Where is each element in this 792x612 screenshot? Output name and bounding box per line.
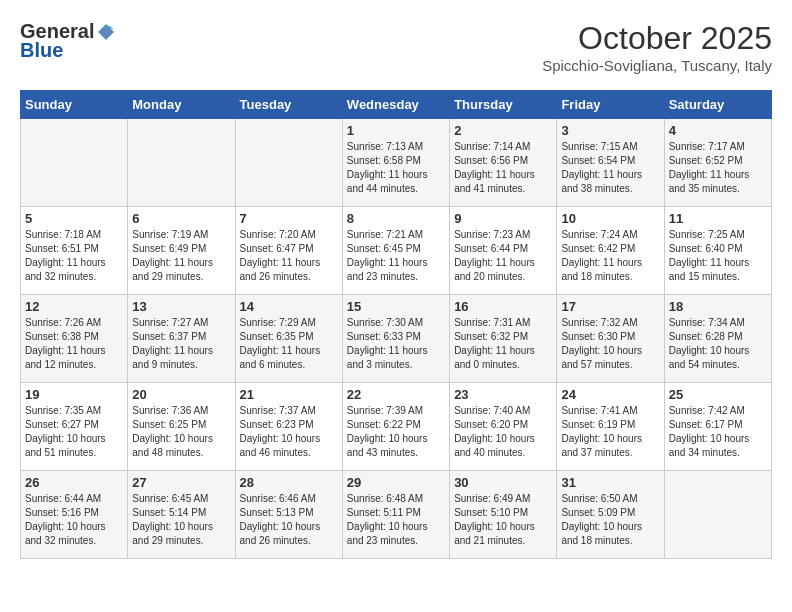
- day-number: 18: [669, 299, 767, 314]
- header-monday: Monday: [128, 91, 235, 119]
- day-info-text: Sunset: 5:16 PM: [25, 506, 123, 520]
- day-info-text: Daylight: 10 hours and 32 minutes.: [25, 520, 123, 548]
- day-info-text: Sunrise: 6:45 AM: [132, 492, 230, 506]
- day-number: 8: [347, 211, 445, 226]
- day-number: 3: [561, 123, 659, 138]
- day-info-text: Sunset: 6:45 PM: [347, 242, 445, 256]
- day-number: 24: [561, 387, 659, 402]
- day-cell: [664, 471, 771, 559]
- day-number: 21: [240, 387, 338, 402]
- day-info-text: Sunset: 6:30 PM: [561, 330, 659, 344]
- header-wednesday: Wednesday: [342, 91, 449, 119]
- day-cell: 14Sunrise: 7:29 AMSunset: 6:35 PMDayligh…: [235, 295, 342, 383]
- day-info-text: Sunrise: 7:27 AM: [132, 316, 230, 330]
- day-cell: 25Sunrise: 7:42 AMSunset: 6:17 PMDayligh…: [664, 383, 771, 471]
- day-info-text: Sunrise: 6:46 AM: [240, 492, 338, 506]
- day-number: 6: [132, 211, 230, 226]
- day-info-text: Sunset: 6:25 PM: [132, 418, 230, 432]
- day-cell: 19Sunrise: 7:35 AMSunset: 6:27 PMDayligh…: [21, 383, 128, 471]
- day-info-text: Sunrise: 7:15 AM: [561, 140, 659, 154]
- day-number: 1: [347, 123, 445, 138]
- header-tuesday: Tuesday: [235, 91, 342, 119]
- day-info-text: Sunset: 6:56 PM: [454, 154, 552, 168]
- day-info-text: Sunset: 6:54 PM: [561, 154, 659, 168]
- day-info-text: Sunset: 5:14 PM: [132, 506, 230, 520]
- day-info-text: Sunset: 6:17 PM: [669, 418, 767, 432]
- day-info-text: Daylight: 11 hours and 0 minutes.: [454, 344, 552, 372]
- day-info-text: Sunrise: 7:40 AM: [454, 404, 552, 418]
- day-info-text: Sunset: 6:51 PM: [25, 242, 123, 256]
- day-number: 10: [561, 211, 659, 226]
- day-info-text: Sunset: 6:49 PM: [132, 242, 230, 256]
- day-info-text: Sunrise: 7:29 AM: [240, 316, 338, 330]
- logo: General Blue: [20, 20, 118, 62]
- day-info-text: Sunrise: 6:50 AM: [561, 492, 659, 506]
- day-info-text: Daylight: 11 hours and 35 minutes.: [669, 168, 767, 196]
- day-info-text: Sunrise: 7:21 AM: [347, 228, 445, 242]
- day-cell: 24Sunrise: 7:41 AMSunset: 6:19 PMDayligh…: [557, 383, 664, 471]
- day-cell: 2Sunrise: 7:14 AMSunset: 6:56 PMDaylight…: [450, 119, 557, 207]
- day-info-text: Daylight: 11 hours and 6 minutes.: [240, 344, 338, 372]
- title-block: October 2025 Spicchio-Sovigliana, Tuscan…: [542, 20, 772, 74]
- day-info-text: Daylight: 11 hours and 23 minutes.: [347, 256, 445, 284]
- day-info-text: Sunset: 6:28 PM: [669, 330, 767, 344]
- day-number: 26: [25, 475, 123, 490]
- day-cell: 1Sunrise: 7:13 AMSunset: 6:58 PMDaylight…: [342, 119, 449, 207]
- day-info-text: Daylight: 11 hours and 44 minutes.: [347, 168, 445, 196]
- day-info-text: Sunrise: 6:48 AM: [347, 492, 445, 506]
- day-number: 25: [669, 387, 767, 402]
- day-info-text: Daylight: 11 hours and 29 minutes.: [132, 256, 230, 284]
- day-number: 5: [25, 211, 123, 226]
- header-friday: Friday: [557, 91, 664, 119]
- day-info-text: Sunset: 6:37 PM: [132, 330, 230, 344]
- day-cell: 31Sunrise: 6:50 AMSunset: 5:09 PMDayligh…: [557, 471, 664, 559]
- day-info-text: Sunrise: 7:24 AM: [561, 228, 659, 242]
- day-info-text: Daylight: 11 hours and 3 minutes.: [347, 344, 445, 372]
- month-title: October 2025: [542, 20, 772, 57]
- day-number: 9: [454, 211, 552, 226]
- day-info-text: Sunrise: 7:42 AM: [669, 404, 767, 418]
- day-cell: 7Sunrise: 7:20 AMSunset: 6:47 PMDaylight…: [235, 207, 342, 295]
- day-info-text: Daylight: 11 hours and 12 minutes.: [25, 344, 123, 372]
- day-info-text: Sunset: 5:11 PM: [347, 506, 445, 520]
- day-info-text: Sunrise: 7:25 AM: [669, 228, 767, 242]
- day-info-text: Sunset: 6:27 PM: [25, 418, 123, 432]
- day-info-text: Sunset: 6:33 PM: [347, 330, 445, 344]
- day-cell: 21Sunrise: 7:37 AMSunset: 6:23 PMDayligh…: [235, 383, 342, 471]
- day-number: 20: [132, 387, 230, 402]
- day-info-text: Sunset: 6:22 PM: [347, 418, 445, 432]
- day-info-text: Sunrise: 7:20 AM: [240, 228, 338, 242]
- day-info-text: Sunset: 6:52 PM: [669, 154, 767, 168]
- week-row-1: 1Sunrise: 7:13 AMSunset: 6:58 PMDaylight…: [21, 119, 772, 207]
- day-info-text: Daylight: 10 hours and 37 minutes.: [561, 432, 659, 460]
- day-info-text: Sunrise: 7:41 AM: [561, 404, 659, 418]
- day-info-text: Daylight: 10 hours and 51 minutes.: [25, 432, 123, 460]
- day-info-text: Daylight: 11 hours and 38 minutes.: [561, 168, 659, 196]
- day-info-text: Sunrise: 7:36 AM: [132, 404, 230, 418]
- day-cell: 16Sunrise: 7:31 AMSunset: 6:32 PMDayligh…: [450, 295, 557, 383]
- day-cell: 17Sunrise: 7:32 AMSunset: 6:30 PMDayligh…: [557, 295, 664, 383]
- day-cell: 30Sunrise: 6:49 AMSunset: 5:10 PMDayligh…: [450, 471, 557, 559]
- day-info-text: Sunset: 6:35 PM: [240, 330, 338, 344]
- header-row: SundayMondayTuesdayWednesdayThursdayFrid…: [21, 91, 772, 119]
- day-info-text: Daylight: 11 hours and 9 minutes.: [132, 344, 230, 372]
- day-info-text: Sunrise: 7:37 AM: [240, 404, 338, 418]
- day-number: 30: [454, 475, 552, 490]
- day-info-text: Sunset: 6:40 PM: [669, 242, 767, 256]
- day-info-text: Sunrise: 7:23 AM: [454, 228, 552, 242]
- day-cell: 18Sunrise: 7:34 AMSunset: 6:28 PMDayligh…: [664, 295, 771, 383]
- day-info-text: Daylight: 11 hours and 32 minutes.: [25, 256, 123, 284]
- day-cell: 27Sunrise: 6:45 AMSunset: 5:14 PMDayligh…: [128, 471, 235, 559]
- day-info-text: Daylight: 10 hours and 29 minutes.: [132, 520, 230, 548]
- day-info-text: Sunrise: 7:35 AM: [25, 404, 123, 418]
- day-number: 11: [669, 211, 767, 226]
- day-cell: 9Sunrise: 7:23 AMSunset: 6:44 PMDaylight…: [450, 207, 557, 295]
- day-info-text: Sunrise: 7:13 AM: [347, 140, 445, 154]
- day-cell: 20Sunrise: 7:36 AMSunset: 6:25 PMDayligh…: [128, 383, 235, 471]
- day-info-text: Daylight: 10 hours and 23 minutes.: [347, 520, 445, 548]
- day-number: 7: [240, 211, 338, 226]
- day-number: 15: [347, 299, 445, 314]
- day-info-text: Sunrise: 7:18 AM: [25, 228, 123, 242]
- day-info-text: Daylight: 11 hours and 26 minutes.: [240, 256, 338, 284]
- day-info-text: Sunrise: 7:32 AM: [561, 316, 659, 330]
